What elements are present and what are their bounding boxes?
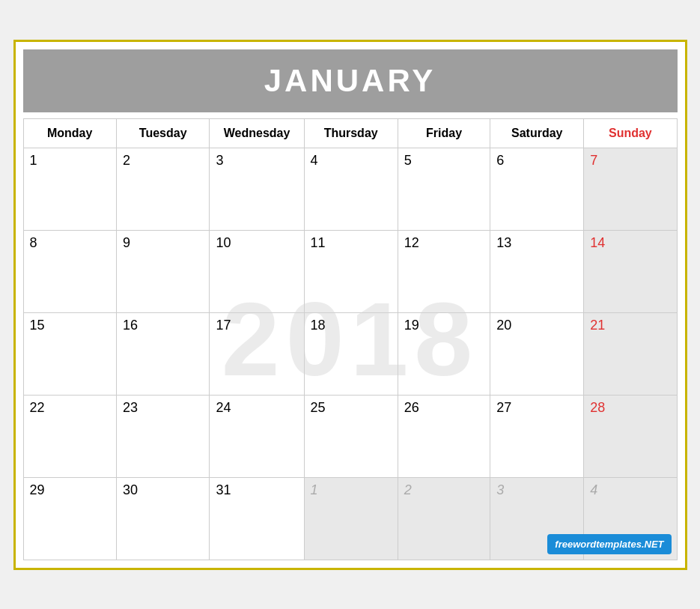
calendar-cell: 7	[584, 148, 677, 230]
calendar-cell: 1	[23, 148, 116, 230]
week-row-4: 22232425262728	[23, 395, 677, 477]
calendar-cell: 11	[304, 230, 398, 312]
calendar-cell: 9	[116, 230, 210, 312]
calendar-cell: 18	[304, 312, 398, 395]
calendar-cell: 10	[210, 230, 304, 312]
day-number: 29	[30, 482, 45, 497]
calendar-cell: 15	[23, 312, 116, 395]
calendar-cell: 16	[116, 312, 210, 395]
header-saturday: Saturday	[490, 118, 584, 148]
calendar-cell: 2	[398, 477, 490, 560]
week-row-1: 1234567	[23, 148, 677, 230]
branding-badge: freewordtemplates.NET	[547, 534, 671, 554]
calendar-cell: 27	[490, 395, 584, 477]
header-sunday: Sunday	[584, 118, 677, 148]
calendar-cell: 13	[490, 230, 584, 312]
calendar-cell: 26	[398, 395, 490, 477]
day-number: 5	[404, 153, 412, 168]
day-number: 22	[30, 400, 45, 415]
day-number: 20	[496, 318, 511, 333]
calendar-header: JANUARY	[23, 49, 678, 112]
calendar-cell: 29	[23, 477, 116, 560]
day-number: 13	[496, 235, 511, 250]
calendar-cell: 17	[210, 312, 304, 395]
day-number: 4	[590, 482, 597, 497]
day-number: 15	[30, 318, 45, 333]
day-number: 17	[216, 318, 231, 333]
day-number: 11	[311, 235, 326, 250]
header-thursday: Thursday	[304, 118, 398, 148]
day-number: 31	[216, 482, 231, 497]
calendar-cell: 3	[210, 148, 304, 230]
calendar-cell: 22	[23, 395, 116, 477]
day-number: 25	[311, 400, 326, 415]
calendar-cell: 6	[490, 148, 584, 230]
day-number: 18	[311, 318, 326, 333]
day-number: 2	[123, 153, 130, 168]
calendar-cell: 19	[398, 312, 490, 395]
header-wednesday: Wednesday	[210, 118, 304, 148]
weekday-header-row: Monday Tuesday Wednesday Thursday Friday…	[23, 118, 677, 148]
calendar-container: JANUARY 2018 Monday Tuesday Wednesday Th…	[13, 40, 687, 570]
calendar-cell: 20	[490, 312, 584, 395]
calendar-cell: 23	[116, 395, 210, 477]
week-row-2: 891011121314	[23, 230, 677, 312]
day-number: 28	[590, 400, 605, 415]
day-number: 14	[590, 235, 605, 250]
day-number: 10	[216, 235, 231, 250]
calendar-cell: 12	[398, 230, 490, 312]
calendar-cell: 31	[210, 477, 304, 560]
calendar-cell: 28	[584, 395, 677, 477]
day-number: 26	[404, 400, 419, 415]
day-number: 30	[123, 482, 138, 497]
calendar-cell: 25	[304, 395, 398, 477]
week-row-3: 15161718192021	[23, 312, 677, 395]
header-monday: Monday	[23, 118, 116, 148]
calendar-cell: 2	[116, 148, 210, 230]
day-number: 23	[123, 400, 138, 415]
header-friday: Friday	[398, 118, 490, 148]
day-number: 21	[590, 318, 605, 333]
calendar-cell: 14	[584, 230, 677, 312]
calendar-cell: 4	[304, 148, 398, 230]
calendar-table: Monday Tuesday Wednesday Thursday Friday…	[23, 118, 678, 560]
calendar-cell: 8	[23, 230, 116, 312]
day-number: 12	[404, 235, 419, 250]
day-number: 3	[216, 153, 223, 168]
day-number: 3	[496, 482, 504, 497]
calendar-cell: 30	[116, 477, 210, 560]
day-number: 9	[123, 235, 130, 250]
day-number: 16	[123, 318, 138, 333]
day-number: 27	[496, 400, 511, 415]
calendar-cell: 24	[210, 395, 304, 477]
calendar-cell: 1	[304, 477, 398, 560]
day-number: 1	[30, 153, 37, 168]
day-number: 6	[496, 153, 504, 168]
calendar-cell: 21	[584, 312, 677, 395]
day-number: 8	[30, 235, 37, 250]
day-number: 1	[311, 482, 318, 497]
day-number: 4	[311, 153, 318, 168]
day-number: 2	[404, 482, 412, 497]
calendar-cell: 5	[398, 148, 490, 230]
calendar-body: 2018 Monday Tuesday Wednesday Thursday F…	[23, 118, 678, 560]
day-number: 19	[404, 318, 419, 333]
day-number: 24	[216, 400, 231, 415]
header-tuesday: Tuesday	[116, 118, 210, 148]
day-number: 7	[590, 153, 597, 168]
month-title: JANUARY	[23, 63, 678, 99]
